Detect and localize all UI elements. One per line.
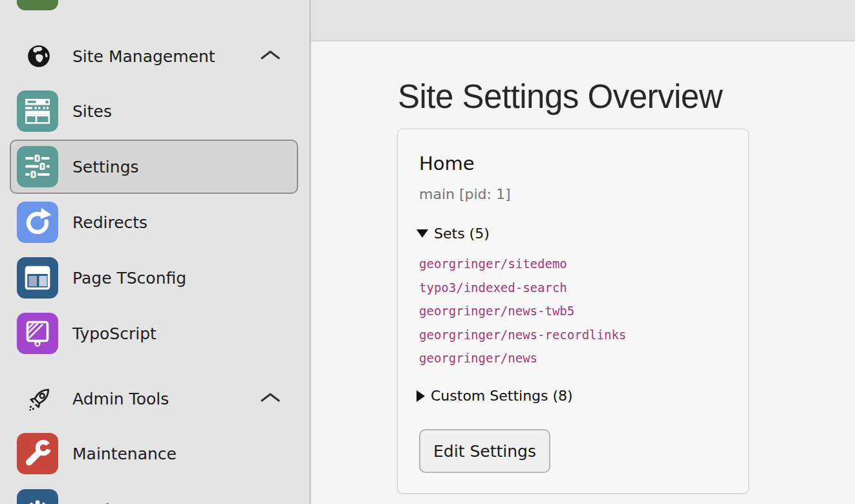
- content-area: Site Settings Overview Home main [pid: 1…: [311, 0, 855, 504]
- redirects-module-icon: [17, 202, 58, 243]
- sidebar-item-admin-settings[interactable]: Settings: [0, 489, 309, 504]
- set-package-item: georgringer/news-recordlinks: [419, 323, 626, 347]
- module-sidebar: Site Management: [0, 0, 309, 504]
- sets-count-label: Sets (5): [434, 226, 490, 242]
- triangle-down-icon: [417, 229, 428, 238]
- sidebar-item-maintenance[interactable]: Maintenance: [0, 433, 309, 474]
- sidebar-item-label: Page TSconfig: [72, 269, 186, 288]
- sidebar-section-admin-tools[interactable]: Admin Tools: [0, 383, 309, 415]
- card-subtitle: main [pid: 1]: [419, 186, 511, 202]
- sidebar-item-page-tsconfig[interactable]: Page TSconfig: [0, 257, 309, 299]
- sidebar-item-label: Maintenance: [72, 445, 177, 463]
- site-card: Home main [pid: 1] Sets (5) georgringer/…: [397, 129, 749, 494]
- sidebar-section-site-management[interactable]: Site Management: [0, 40, 309, 72]
- chevron-up-icon[interactable]: [259, 48, 281, 64]
- custom-settings-toggle[interactable]: Custom Settings (8): [417, 388, 573, 404]
- sidebar-item-sites[interactable]: Sites: [0, 90, 309, 132]
- chevron-up-icon[interactable]: [259, 391, 281, 406]
- custom-settings-label: Custom Settings (8): [431, 388, 573, 404]
- sidebar-item-redirects[interactable]: Redirects: [0, 202, 309, 243]
- section-label: Admin Tools: [72, 390, 169, 408]
- green-module-icon[interactable]: [17, 0, 58, 10]
- settings-module-icon: [17, 146, 58, 187]
- sets-package-list: georgringer/sitedemo typo3/indexed-searc…: [419, 252, 626, 370]
- doc-header-bar: [311, 0, 855, 41]
- set-package-item: georgringer/sitedemo: [419, 252, 626, 276]
- set-package-item: georgringer/news: [419, 346, 626, 370]
- maintenance-module-icon: [17, 433, 58, 474]
- sidebar-item-typoscript[interactable]: TypoScript: [0, 313, 309, 354]
- sites-module-icon: [17, 90, 58, 132]
- card-title: Home: [419, 152, 475, 174]
- globe-icon: [26, 43, 52, 69]
- page-tsconfig-module-icon: [17, 257, 58, 299]
- app-window: Site Management: [0, 0, 855, 504]
- set-package-item: typo3/indexed-search: [419, 276, 626, 300]
- page-title: Site Settings Overview: [398, 78, 722, 116]
- edit-settings-button[interactable]: Edit Settings: [419, 429, 550, 473]
- triangle-right-icon: [417, 390, 425, 402]
- set-package-item: georgringer/news-twb5: [419, 299, 626, 323]
- section-label: Site Management: [72, 47, 215, 66]
- sidebar-item-settings[interactable]: Settings: [0, 146, 309, 187]
- sets-summary-toggle[interactable]: Sets (5): [417, 226, 490, 242]
- sidebar-item-label: Settings: [72, 501, 139, 504]
- sidebar-item-label: Redirects: [72, 213, 147, 232]
- typoscript-module-icon: [17, 313, 58, 354]
- rocket-icon: [26, 386, 52, 412]
- sidebar-item-label: Sites: [72, 102, 112, 121]
- gear-module-icon: [17, 489, 58, 504]
- sidebar-item-label: TypoScript: [72, 324, 157, 343]
- sidebar-item-label: Settings: [72, 158, 139, 176]
